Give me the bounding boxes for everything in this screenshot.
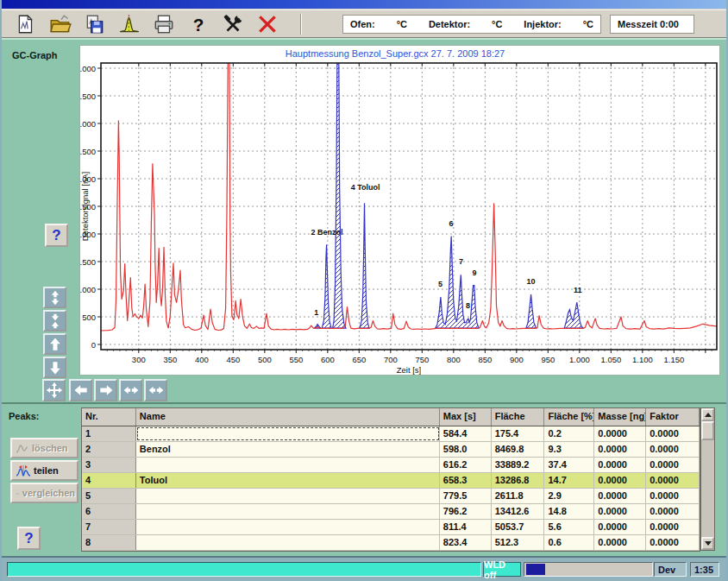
table-row[interactable]: 4Toluol658.313286.814.70.00000.0000 <box>82 473 700 489</box>
column-header[interactable]: Fläche <box>492 408 545 426</box>
table-row[interactable]: 3616.233889.237.40.00000.0000 <box>82 458 700 473</box>
peak-name-cell[interactable]: Benzol <box>136 442 440 457</box>
zoom-expand-vertical-button[interactable] <box>43 287 66 308</box>
zoom-compress-horizontal-button[interactable] <box>119 379 142 401</box>
peak-value-cell[interactable]: 175.4 <box>492 426 545 441</box>
peak-value-cell[interactable]: 8469.8 <box>492 442 545 457</box>
row-number-cell[interactable]: 6 <box>82 504 136 519</box>
row-number-cell[interactable]: 4 <box>82 473 136 488</box>
peak-value-cell[interactable]: 598.0 <box>440 442 492 457</box>
peak-value-cell[interactable]: 0.0000 <box>646 426 700 441</box>
peak-value-cell[interactable]: 0.0000 <box>594 473 646 488</box>
peak-name-cell[interactable] <box>136 489 440 503</box>
column-header[interactable]: Faktor <box>646 408 700 426</box>
new-file-button[interactable] <box>12 12 40 36</box>
peaks-table-scrollbar[interactable] <box>700 407 715 551</box>
pan-left-button[interactable] <box>69 379 92 401</box>
peak-name-cell[interactable] <box>136 458 440 472</box>
copy-save-button[interactable] <box>81 12 109 36</box>
row-number-cell[interactable]: 8 <box>82 535 136 550</box>
peak-value-cell[interactable]: 512.3 <box>492 535 545 550</box>
zoom-compress-vertical-button[interactable] <box>43 310 66 332</box>
window-titlebar[interactable] <box>2 0 728 9</box>
row-number-cell[interactable]: 2 <box>82 442 136 457</box>
peak-value-cell[interactable]: 0.0000 <box>646 458 700 472</box>
compare-peaks-button[interactable]: vergleichen <box>10 483 78 503</box>
pan-move-button[interactable] <box>42 379 66 401</box>
show-chromatogram-button[interactable] <box>116 12 143 36</box>
peak-value-cell[interactable]: 5053.7 <box>492 520 545 534</box>
peak-name-cell[interactable]: Toluol <box>136 473 440 488</box>
print-button[interactable] <box>150 12 178 36</box>
graph-help-button[interactable]: ? <box>45 224 68 247</box>
row-number-cell[interactable]: 3 <box>82 458 136 472</box>
peak-value-cell[interactable]: 33889.2 <box>492 458 545 472</box>
scroll-down-button[interactable] <box>701 537 714 550</box>
peak-value-cell[interactable]: 0.0000 <box>646 535 700 550</box>
table-row[interactable]: 7811.45053.75.60.00000.0000 <box>82 520 700 535</box>
peak-value-cell[interactable]: 0.0000 <box>594 520 646 534</box>
peak-value-cell[interactable]: 0.0000 <box>646 442 700 457</box>
peak-name-cell[interactable] <box>136 504 440 519</box>
column-header[interactable]: Masse [ng] <box>594 408 646 426</box>
peak-value-cell[interactable]: 9.3 <box>544 442 594 457</box>
table-row[interactable]: 5779.52611.82.90.00000.0000 <box>82 489 700 504</box>
peak-value-cell[interactable]: 584.4 <box>440 426 492 441</box>
zoom-expand-horizontal-button[interactable] <box>144 379 167 401</box>
table-row[interactable]: 8823.4512.30.60.00000.0000 <box>82 535 700 551</box>
peak-value-cell[interactable]: 2.9 <box>544 489 594 503</box>
peak-value-cell[interactable]: 0.0000 <box>594 489 646 503</box>
peak-value-cell[interactable]: 37.4 <box>544 458 594 472</box>
peak-value-cell[interactable]: 0.0000 <box>594 535 646 550</box>
peak-value-cell[interactable]: 5.6 <box>544 520 594 534</box>
row-number-cell[interactable]: 7 <box>82 520 136 534</box>
pan-down-button[interactable] <box>43 357 66 378</box>
row-number-cell[interactable]: 1 <box>82 426 136 441</box>
peak-name-cell[interactable] <box>136 520 440 534</box>
scrollbar-thumb[interactable] <box>701 421 714 440</box>
peak-value-cell[interactable]: 616.2 <box>440 458 492 472</box>
column-header[interactable]: Max [s] <box>440 408 492 426</box>
row-number-cell[interactable]: 5 <box>82 489 136 503</box>
settings-tools-button[interactable] <box>219 12 247 36</box>
peak-value-cell[interactable]: 0.0000 <box>646 489 700 503</box>
peak-value-cell[interactable]: 0.2 <box>544 426 594 441</box>
scroll-up-button[interactable] <box>701 408 714 421</box>
peak-value-cell[interactable]: 658.3 <box>440 473 492 488</box>
peak-value-cell[interactable]: 13286.8 <box>492 473 545 488</box>
peak-value-cell[interactable]: 0.0000 <box>594 426 646 441</box>
peak-value-cell[interactable]: 0.6 <box>544 535 594 550</box>
peak-value-cell[interactable]: 2611.8 <box>492 489 545 503</box>
open-file-button[interactable] <box>47 12 74 36</box>
table-row[interactable]: 6796.213412.614.80.00000.0000 <box>82 504 700 520</box>
split-peak-button[interactable]: teilen <box>10 460 78 481</box>
peak-value-cell[interactable]: 14.8 <box>544 504 594 519</box>
peak-value-cell[interactable]: 14.7 <box>544 473 594 488</box>
pan-right-button[interactable] <box>94 379 117 401</box>
close-abort-button[interactable] <box>254 12 281 36</box>
column-header[interactable]: Nr. <box>82 408 136 426</box>
peak-name-cell[interactable] <box>136 535 440 550</box>
chromatogram-plot[interactable]: 3003504004505005506006507007508008509009… <box>80 46 719 375</box>
peak-value-cell[interactable]: 0.0000 <box>594 504 646 519</box>
peaks-help-button[interactable]: ? <box>17 527 41 550</box>
pan-up-button[interactable] <box>43 333 66 355</box>
table-row[interactable]: 2Benzol598.08469.89.30.00000.0000 <box>82 442 700 458</box>
table-row[interactable]: 1584.4175.40.20.00000.0000 <box>82 426 700 442</box>
peak-value-cell[interactable]: 0.0000 <box>646 504 700 519</box>
peak-value-cell[interactable]: 0.0000 <box>594 458 646 472</box>
column-header[interactable]: Name <box>136 408 440 426</box>
peak-value-cell[interactable]: 0.0000 <box>646 473 700 488</box>
peak-name-cell[interactable] <box>136 426 440 441</box>
peak-value-cell[interactable]: 796.2 <box>440 504 492 519</box>
peak-value-cell[interactable]: 0.0000 <box>646 520 700 534</box>
peak-value-cell[interactable]: 0.0000 <box>594 442 646 457</box>
peak-label: 8 <box>466 301 470 310</box>
peak-value-cell[interactable]: 13412.6 <box>492 504 545 519</box>
delete-peak-button[interactable]: löschen <box>10 438 78 458</box>
peak-value-cell[interactable]: 811.4 <box>440 520 492 534</box>
peak-value-cell[interactable]: 823.4 <box>440 535 492 550</box>
help-button[interactable]: ? <box>185 12 212 36</box>
column-header[interactable]: Fläche [%] <box>544 408 594 426</box>
peak-value-cell[interactable]: 779.5 <box>440 489 492 503</box>
